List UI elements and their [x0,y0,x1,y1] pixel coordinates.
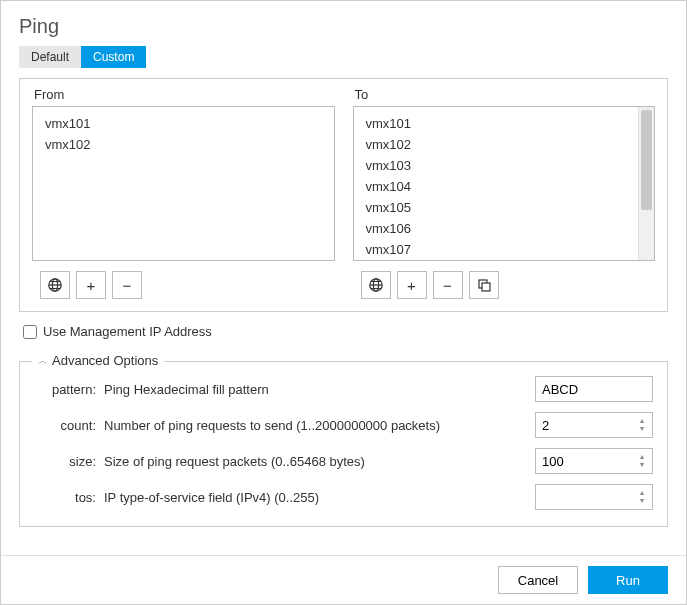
list-item[interactable]: vmx103 [354,155,655,176]
tos-row: tos: IP type-of-service field (IPv4) (0.… [34,484,653,510]
to-listbox[interactable]: vmx101vmx102vmx103vmx104vmx105vmx106vmx1… [353,106,656,261]
tabs: Default Custom [1,46,686,78]
pattern-label: pattern: [34,382,96,397]
copy-icon[interactable] [469,271,499,299]
list-item[interactable]: vmx102 [33,134,334,155]
tab-custom[interactable]: Custom [81,46,146,68]
management-ip-row: Use Management IP Address [19,312,668,345]
advanced-options-label: Advanced Options [52,353,158,368]
tab-default[interactable]: Default [19,46,81,68]
list-item[interactable]: vmx101 [354,113,655,134]
cancel-button[interactable]: Cancel [498,566,578,594]
list-item[interactable]: vmx101 [33,113,334,134]
size-desc: Size of ping request packets (0..65468 b… [104,454,527,469]
svg-rect-11 [482,283,490,291]
chevron-up-icon: ︿ [38,354,48,368]
count-label: count: [34,418,96,433]
content: From vmx101vmx102 + − To vmx101vmx102vmx… [1,78,686,555]
count-row: count: Number of ping requests to send (… [34,412,653,438]
advanced-options-legend[interactable]: ︿ Advanced Options [32,353,164,368]
minus-icon[interactable]: − [433,271,463,299]
spinner-icon[interactable]: ▴▾ [635,412,649,438]
pattern-input[interactable] [535,376,653,402]
to-panel: To vmx101vmx102vmx103vmx104vmx105vmx106v… [353,87,656,299]
list-item[interactable]: vmx105 [354,197,655,218]
pattern-row: pattern: Ping Hexadecimal fill pattern [34,376,653,402]
minus-icon[interactable]: − [112,271,142,299]
run-button[interactable]: Run [588,566,668,594]
from-toolbar: + − [32,271,335,299]
management-ip-label: Use Management IP Address [43,324,212,339]
dialog-title: Ping [19,15,668,38]
to-toolbar: + − [353,271,656,299]
from-panel: From vmx101vmx102 + − [32,87,335,299]
list-item[interactable]: vmx104 [354,176,655,197]
tos-label: tos: [34,490,96,505]
advanced-options-fieldset: ︿ Advanced Options pattern: Ping Hexadec… [19,361,668,527]
plus-icon[interactable]: + [76,271,106,299]
spinner-icon[interactable]: ▴▾ [635,484,649,510]
size-label: size: [34,454,96,469]
tos-desc: IP type-of-service field (IPv4) (0..255) [104,490,527,505]
list-item[interactable]: vmx106 [354,218,655,239]
scrollbar[interactable] [638,107,654,260]
from-label: From [32,87,335,102]
list-item[interactable]: vmx102 [354,134,655,155]
list-item[interactable]: vmx107 [354,239,655,260]
dialog-footer: Cancel Run [1,555,686,604]
pattern-desc: Ping Hexadecimal fill pattern [104,382,527,397]
management-ip-checkbox[interactable] [23,325,37,339]
dialog-header: Ping [1,1,686,46]
size-row: size: Size of ping request packets (0..6… [34,448,653,474]
count-desc: Number of ping requests to send (1..2000… [104,418,527,433]
from-listbox[interactable]: vmx101vmx102 [32,106,335,261]
device-selection-panel: From vmx101vmx102 + − To vmx101vmx102vmx… [19,78,668,312]
to-label: To [353,87,656,102]
plus-icon[interactable]: + [397,271,427,299]
spinner-icon[interactable]: ▴▾ [635,448,649,474]
globe-icon[interactable] [40,271,70,299]
globe-icon[interactable] [361,271,391,299]
